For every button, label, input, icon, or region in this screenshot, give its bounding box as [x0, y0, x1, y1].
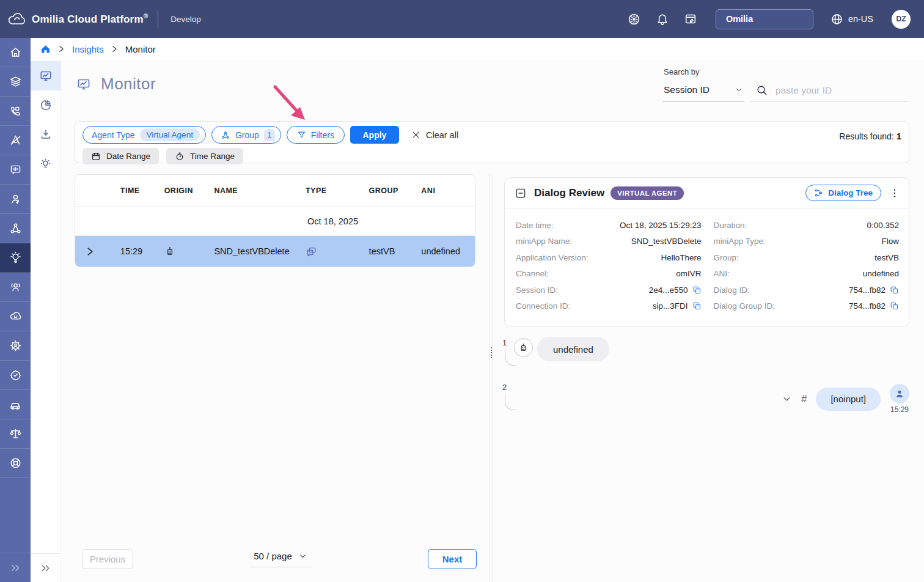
sidebar-item-admin[interactable]	[0, 331, 31, 361]
sidebar-item-orchestrator[interactable]	[0, 126, 31, 155]
id-search	[750, 84, 909, 102]
detail-label: Channel:	[516, 269, 549, 278]
sidebar-item-cloud-services[interactable]	[0, 302, 31, 331]
robot-icon	[153, 245, 206, 257]
bot-message-bubble[interactable]: undefined	[537, 337, 609, 361]
detail-value: 754...fb82	[849, 285, 886, 295]
search-field-select[interactable]: Session ID	[662, 84, 744, 102]
sidebar-item-numbers[interactable]	[0, 97, 31, 126]
release-notes-icon[interactable]	[683, 11, 698, 27]
breadcrumb: Insights Monitor	[31, 38, 924, 60]
clear-all-button[interactable]: Clear all	[411, 130, 458, 140]
collapse-icon	[10, 564, 21, 572]
chat-bubbles-icon	[298, 246, 358, 257]
filters-label: Filters	[311, 130, 334, 140]
group-filter-chip[interactable]: Group 1	[211, 126, 281, 144]
date-range-label: Date Range	[106, 152, 150, 161]
collapse-panel-icon[interactable]	[515, 187, 527, 199]
row-expander[interactable]	[75, 247, 106, 256]
resize-handle[interactable]	[491, 347, 492, 358]
agent-type-filter-chip[interactable]: Agent Type Virtual Agent	[82, 126, 206, 144]
copy-icon[interactable]	[890, 285, 899, 295]
page-size-select[interactable]: 50 / page	[249, 551, 312, 567]
subnav-item-monitor[interactable]	[31, 61, 61, 90]
breadcrumb-insights[interactable]: Insights	[72, 44, 104, 54]
detail-label: Date time:	[516, 221, 554, 230]
sidebar-item-integrations[interactable]	[0, 214, 31, 243]
breadcrumb-home-icon[interactable]	[40, 44, 51, 54]
detail-value: sip...3FDI	[653, 301, 688, 311]
col-header-time: TIME	[106, 186, 153, 195]
nav-section-label: Develop	[170, 15, 201, 24]
agent-type-label: Agent Type	[92, 130, 135, 140]
sidebar-item-quality[interactable]	[0, 361, 31, 390]
detail-value: 0:00.352	[867, 221, 899, 230]
compass-icon	[9, 134, 22, 147]
sidebar-item-compliance[interactable]	[0, 419, 31, 449]
detail-label: Dialog ID:	[714, 285, 750, 295]
time-range-chip[interactable]: Time Range	[166, 148, 243, 164]
sidebar-item-agents[interactable]	[0, 185, 31, 214]
primary-sidebar-collapse-button[interactable]	[0, 553, 31, 582]
copy-icon[interactable]	[692, 285, 702, 295]
dialog-tree-icon	[814, 188, 823, 197]
locale-selector[interactable]: en-US	[831, 13, 873, 26]
secondary-sidebar-collapse-button[interactable]	[31, 553, 61, 582]
user-avatar-icon	[890, 384, 909, 403]
sidebar-item-miniapps[interactable]	[0, 67, 31, 97]
detail-label: ANI:	[714, 269, 730, 278]
detail-label: Group:	[714, 253, 739, 262]
copy-icon[interactable]	[692, 301, 702, 311]
agent-icon	[9, 193, 22, 205]
sidebar-item-transport[interactable]	[0, 390, 31, 419]
row-group: testVB	[358, 246, 417, 256]
sidebar-item-support[interactable]	[0, 449, 31, 478]
row-name: SND_testVBDelete	[205, 246, 298, 256]
top-navbar: Omilia Cloud Platform® Develop Omilia en…	[0, 0, 924, 38]
date-group-label: Oct 18, 2025	[75, 216, 358, 226]
user-avatar[interactable]: DZ	[892, 10, 911, 29]
subnav-item-discovery[interactable]	[31, 149, 61, 179]
subnav-item-exports[interactable]	[31, 120, 61, 149]
user-message-bubble[interactable]: [noinput]	[816, 388, 881, 411]
chevron-down-icon[interactable]	[782, 394, 792, 404]
agent-type-value-badge: Virtual Agent	[140, 128, 200, 141]
detail-value: 2e4...e550	[649, 285, 688, 295]
detail-label: Application Version:	[516, 253, 588, 262]
table-row[interactable]: 15:29 SND_testVBDelete testVB undefined	[75, 236, 475, 267]
chevron-right-icon	[59, 45, 64, 53]
search-icon	[755, 84, 768, 97]
annotation-arrow	[268, 82, 317, 127]
sidebar-item-insights[interactable]	[0, 243, 31, 273]
dialog-tree-button[interactable]: Dialog Tree	[805, 185, 881, 201]
subnav-item-reports[interactable]	[31, 90, 61, 120]
chevron-right-icon	[112, 45, 117, 53]
scales-icon	[9, 427, 22, 440]
notifications-bell-icon[interactable]	[654, 11, 670, 27]
apply-button[interactable]: Apply	[350, 126, 399, 144]
sidebar-item-home[interactable]	[0, 38, 31, 67]
date-range-chip[interactable]: Date Range	[82, 148, 159, 164]
primary-sidebar	[0, 38, 31, 582]
sidebar-item-dialogs[interactable]	[0, 155, 31, 185]
sidebar-spacer	[0, 478, 31, 553]
org-selector[interactable]: Omilia	[716, 9, 813, 29]
funnel-icon	[297, 130, 306, 139]
sidebar-item-broadcast[interactable]	[0, 273, 31, 302]
id-search-input[interactable]	[776, 85, 908, 96]
results-count: Results found: 1	[839, 131, 901, 141]
next-page-button[interactable]: Next	[428, 549, 477, 569]
network-icon	[9, 222, 22, 235]
row-ani: undefined	[416, 246, 475, 256]
col-header-origin: ORIGIN	[153, 186, 206, 195]
settings-wheel-icon[interactable]	[626, 11, 642, 27]
filters-button[interactable]: Filters	[287, 126, 345, 144]
download-icon	[39, 128, 53, 141]
secondary-sidebar	[31, 60, 61, 582]
copy-icon[interactable]	[890, 301, 899, 311]
panel-resize-divider	[489, 174, 493, 582]
more-options-icon[interactable]	[889, 188, 900, 199]
detail-label: Dialog Group ID:	[714, 301, 776, 311]
group-label: Group	[235, 130, 259, 140]
previous-page-button[interactable]: Previous	[82, 549, 133, 569]
